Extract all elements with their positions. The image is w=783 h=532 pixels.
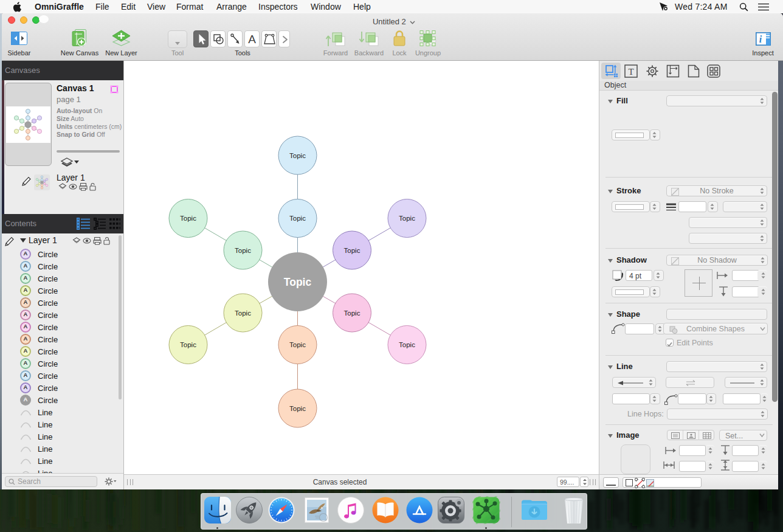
svg-text:Topic: Topic [235, 309, 251, 317]
svg-text:Topic: Topic [399, 341, 415, 348]
svg-text:T: T [628, 67, 633, 77]
svg-text:Topic: Topic [289, 215, 306, 222]
svg-text:Topic: Topic [399, 215, 415, 222]
svg-text:i: i [759, 34, 762, 44]
svg-text:Topic: Topic [289, 405, 306, 412]
svg-text:Topic: Topic [344, 309, 360, 317]
svg-text:Topic: Topic [344, 247, 360, 254]
svg-text:Topic: Topic [235, 247, 251, 254]
svg-text:Topic: Topic [284, 276, 312, 288]
svg-text:Topic: Topic [289, 152, 306, 159]
svg-text:Topic: Topic [289, 341, 306, 348]
svg-text:Topic: Topic [180, 341, 196, 348]
svg-text:Topic: Topic [180, 215, 196, 222]
